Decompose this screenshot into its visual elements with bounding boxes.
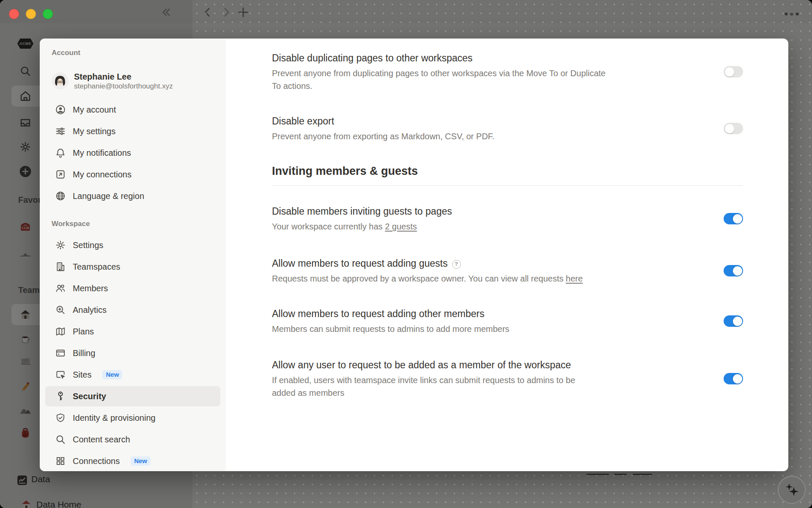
magnifier-icon — [55, 434, 66, 445]
section-divider — [272, 185, 743, 186]
nav-item-security[interactable]: Security — [45, 386, 220, 406]
nav-item-members[interactable]: Members — [45, 278, 220, 298]
workspace-nav-items: Settings Teamspaces Members Analytics Pl… — [45, 235, 220, 471]
ai-sparkle-button[interactable] — [778, 476, 806, 504]
nav-item-label: Connections — [73, 456, 120, 466]
setting-title: Disable duplicating pages to other works… — [272, 51, 610, 65]
nav-item-my-settings[interactable]: My settings — [45, 121, 220, 141]
gear-icon — [55, 240, 66, 251]
setting-description: Members can submit requests to admins to… — [272, 323, 509, 335]
nav-item-label: Content search — [73, 435, 130, 444]
nav-item-teamspaces[interactable]: Teamspaces — [45, 257, 220, 277]
setting-title: Allow members to request adding other me… — [272, 307, 509, 320]
nav-item-my-connections[interactable]: My connections — [45, 164, 220, 185]
setting-description: Prevent anyone from exporting as Markdow… — [272, 130, 494, 143]
nav-item-label: Analytics — [73, 305, 107, 315]
browser-cursor-icon — [55, 369, 66, 380]
setting-row-request-adding-members: Allow members to request adding other me… — [272, 307, 743, 335]
nav-item-analytics[interactable]: Analytics — [45, 300, 220, 320]
setting-row-disable-guest-invites: Disable members inviting guests to pages… — [272, 204, 743, 233]
nav-item-label: Security — [73, 392, 106, 401]
window-close-button[interactable] — [9, 9, 19, 19]
setting-row-disable-duplicating: Disable duplicating pages to other works… — [272, 51, 743, 92]
nav-item-plans[interactable]: Plans — [45, 321, 220, 342]
nav-item-language-region[interactable]: Language & region — [45, 186, 220, 206]
user-name: Stephanie Lee — [74, 72, 173, 82]
setting-row-any-user-request: Allow any user to request to be added as… — [272, 358, 743, 399]
magnifier-plus-icon — [55, 304, 66, 315]
guests-count-link[interactable]: 2 guests — [385, 222, 417, 231]
toggle-knob — [733, 374, 742, 384]
nav-item-label: My account — [73, 105, 116, 115]
nav-item-label: Members — [73, 284, 108, 293]
setting-description: If enabled, users with teamspace invite … — [272, 374, 598, 399]
setting-title: Allow members to request adding guests? — [272, 257, 583, 270]
key-icon — [55, 391, 66, 402]
nav-item-connections[interactable]: Connections New — [45, 451, 220, 471]
new-badge: New — [131, 456, 151, 466]
settings-modal-nav: Account Stephanie Lee stephanie@toolsfor… — [40, 39, 226, 471]
nav-item-label: Billing — [73, 348, 95, 358]
nav-item-label: My settings — [73, 127, 115, 136]
new-badge: New — [102, 370, 122, 379]
view-requests-link[interactable]: here — [566, 274, 583, 283]
nav-item-label: My notifications — [73, 148, 131, 158]
setting-description: Your workspace currently has 2 guests — [272, 220, 452, 233]
disable-export-toggle[interactable] — [724, 123, 743, 134]
account-section-header: Account — [45, 49, 220, 57]
nav-item-sites[interactable]: Sites New — [45, 364, 220, 385]
section-heading-inviting: Inviting members & guests — [272, 165, 743, 178]
account-nav-items: My account My settings My notifications … — [45, 99, 220, 206]
settings-modal: Account Stephanie Lee stephanie@toolsfor… — [40, 39, 788, 471]
account-user-row[interactable]: Stephanie Lee stephanie@toolsforthought.… — [45, 70, 220, 92]
shield-check-icon — [55, 412, 66, 423]
toggle-knob — [733, 214, 742, 224]
setting-row-request-adding-guests: Allow members to request adding guests? … — [272, 257, 743, 285]
security-settings-panel: Disable duplicating pages to other works… — [226, 39, 788, 471]
setting-description: Requests must be approved by a workspace… — [272, 272, 583, 285]
avatar — [52, 72, 69, 89]
help-icon[interactable]: ? — [452, 260, 461, 269]
nav-item-settings[interactable]: Settings — [45, 235, 220, 255]
nav-item-my-notifications[interactable]: My notifications — [45, 143, 220, 163]
nav-item-content-search[interactable]: Content search — [45, 429, 220, 450]
bell-icon — [55, 147, 66, 158]
disable-duplicating-toggle[interactable] — [724, 66, 743, 77]
nav-item-label: Identity & provisioning — [73, 413, 156, 423]
setting-description: Prevent anyone from duplicating pages to… — [272, 67, 610, 92]
request-adding-members-toggle[interactable] — [724, 315, 743, 327]
nav-item-label: Teamspaces — [73, 262, 120, 272]
nav-item-identity-provisioning[interactable]: Identity & provisioning — [45, 408, 220, 428]
disable-guest-invites-toggle[interactable] — [724, 213, 743, 224]
workspace-section-header: Workspace — [45, 220, 220, 228]
arrow-out-square-icon — [55, 169, 66, 180]
map-icon — [55, 326, 66, 337]
setting-title: Disable export — [272, 114, 494, 128]
nav-item-label: Settings — [73, 240, 103, 250]
setting-row-disable-export: Disable export Prevent anyone from expor… — [272, 114, 743, 143]
request-adding-guests-toggle[interactable] — [724, 265, 743, 276]
globe-icon — [55, 190, 66, 202]
nav-item-label: Sites — [73, 370, 91, 380]
window-minimize-button[interactable] — [26, 9, 36, 19]
window-zoom-button[interactable] — [43, 9, 53, 19]
app-window: ACME Favorites Teamspaces — [0, 0, 812, 508]
toggle-knob — [733, 317, 742, 326]
nav-item-label: Plans — [73, 327, 94, 337]
nav-item-my-account[interactable]: My account — [45, 99, 220, 120]
building-icon — [55, 261, 66, 272]
setting-title: Allow any user to request to be added as… — [272, 358, 598, 372]
people-icon — [55, 283, 66, 294]
nav-item-billing[interactable]: Billing — [45, 343, 220, 363]
sparkles-icon — [782, 480, 801, 500]
user-email: stephanie@toolsforthought.xyz — [74, 82, 173, 91]
setting-title: Disable members inviting guests to pages — [272, 204, 452, 218]
credit-card-icon — [55, 348, 66, 359]
nav-item-label: Language & region — [73, 191, 144, 201]
sliders-icon — [55, 126, 66, 137]
toggle-knob — [725, 67, 734, 77]
toggle-knob — [725, 124, 734, 133]
any-user-request-toggle[interactable] — [724, 373, 743, 384]
toggle-knob — [733, 266, 742, 276]
person-circle-icon — [55, 104, 66, 115]
